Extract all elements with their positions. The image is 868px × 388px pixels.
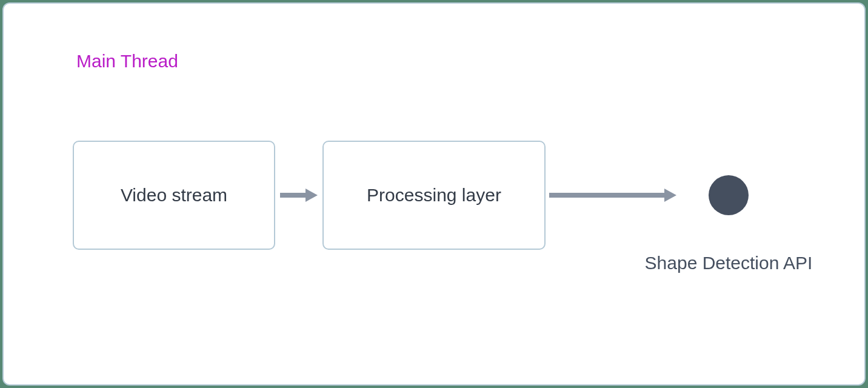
arrow-icon bbox=[549, 187, 676, 203]
thread-label: Main Thread bbox=[76, 51, 178, 72]
svg-marker-1 bbox=[305, 189, 318, 202]
node-shape-detection-api-label: Shape Detection API bbox=[619, 253, 838, 273]
endpoint-dot-icon bbox=[709, 175, 749, 215]
flow-row: Video stream Processing layer Shape Dete… bbox=[73, 141, 777, 250]
node-video-stream-label: Video stream bbox=[121, 185, 227, 206]
node-video-stream: Video stream bbox=[73, 141, 275, 250]
node-shape-detection-api: Shape Detection API bbox=[680, 175, 777, 215]
arrow-icon bbox=[280, 187, 318, 203]
node-processing-layer: Processing layer bbox=[322, 141, 546, 250]
svg-marker-3 bbox=[664, 189, 676, 202]
diagram-frame: Main Thread Video stream Processing laye… bbox=[2, 2, 866, 386]
node-processing-layer-label: Processing layer bbox=[367, 185, 501, 206]
